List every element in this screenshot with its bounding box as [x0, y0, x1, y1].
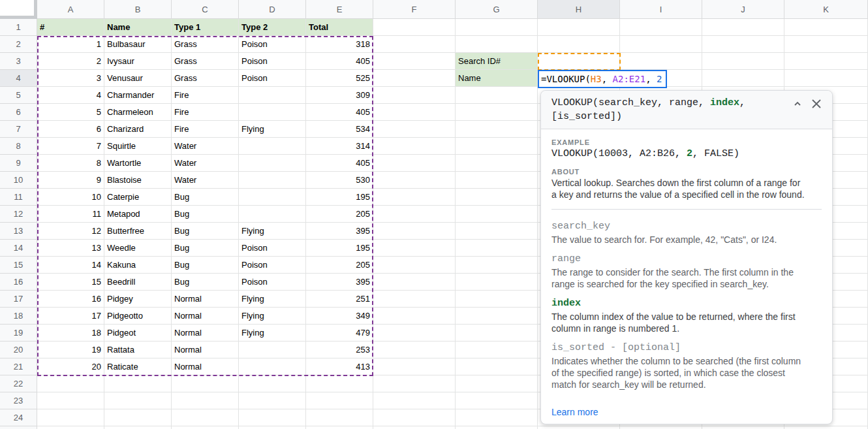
cell-B18[interactable]: Pidgeotto	[104, 308, 172, 325]
cell-H25[interactable]	[538, 426, 620, 429]
cell-E12[interactable]: 205	[306, 206, 373, 223]
cell-K4[interactable]	[784, 70, 868, 87]
cell-F12[interactable]	[373, 206, 456, 223]
row-header-13[interactable]: 13	[0, 223, 37, 240]
cell-G10[interactable]	[456, 172, 538, 189]
cell-F8[interactable]	[373, 138, 456, 155]
cell-D6[interactable]	[239, 104, 306, 121]
cell-E23[interactable]	[306, 392, 373, 409]
cell-D9[interactable]	[239, 155, 306, 172]
cell-F16[interactable]	[373, 274, 456, 291]
cell-A14[interactable]: 13	[37, 240, 104, 257]
cell-K3[interactable]	[784, 53, 868, 70]
cell-A2[interactable]: 1	[37, 36, 104, 53]
cell-E7[interactable]: 534	[306, 121, 373, 138]
cell-F17[interactable]	[373, 291, 456, 308]
cell-A25[interactable]	[37, 426, 104, 429]
cell-A18[interactable]: 17	[37, 308, 104, 325]
cell-G23[interactable]	[456, 392, 538, 409]
cell-H2[interactable]	[538, 36, 620, 53]
cell-D7[interactable]: Flying	[239, 121, 306, 138]
cell-G17[interactable]	[456, 291, 538, 308]
cell-E20[interactable]: 253	[306, 342, 373, 358]
cell-A20[interactable]: 19	[37, 342, 104, 358]
cell-C3[interactable]: Grass	[172, 53, 239, 70]
cell-A19[interactable]: 18	[37, 325, 104, 342]
cell-C13[interactable]: Bug	[172, 223, 239, 240]
cell-C1[interactable]: Type 1	[172, 19, 239, 36]
row-header-1[interactable]: 1	[0, 19, 37, 36]
cell-F18[interactable]	[373, 308, 456, 325]
cell-I25[interactable]	[620, 426, 702, 429]
column-header-G[interactable]: G	[456, 0, 538, 19]
cell-G8[interactable]	[456, 138, 538, 155]
cell-D3[interactable]: Poison	[239, 53, 306, 70]
cell-G1[interactable]	[456, 19, 538, 36]
cell-D15[interactable]: Poison	[239, 257, 306, 274]
cell-D13[interactable]: Flying	[239, 223, 306, 240]
cell-G4[interactable]: Name	[456, 70, 538, 87]
cell-C2[interactable]: Grass	[172, 36, 239, 53]
row-header-10[interactable]: 10	[0, 172, 37, 189]
cell-E11[interactable]: 195	[306, 189, 373, 206]
cell-F20[interactable]	[373, 342, 456, 358]
cell-F23[interactable]	[373, 392, 456, 409]
row-header-9[interactable]: 9	[0, 155, 37, 172]
cell-A7[interactable]: 6	[37, 121, 104, 138]
column-header-F[interactable]: F	[373, 0, 456, 19]
cell-C12[interactable]: Bug	[172, 206, 239, 223]
cell-C20[interactable]: Normal	[172, 342, 239, 358]
learn-more-link[interactable]: Learn more	[551, 407, 598, 417]
cell-F24[interactable]	[373, 409, 456, 426]
cell-E13[interactable]: 395	[306, 223, 373, 240]
cell-G24[interactable]	[456, 409, 538, 426]
cell-C14[interactable]: Bug	[172, 240, 239, 257]
cell-E24[interactable]	[306, 409, 373, 426]
cell-D25[interactable]	[239, 426, 306, 429]
cell-F14[interactable]	[373, 240, 456, 257]
cell-B14[interactable]: Weedle	[104, 240, 172, 257]
cell-I1[interactable]	[620, 19, 702, 36]
cell-I2[interactable]	[620, 36, 702, 53]
cell-E9[interactable]: 405	[306, 155, 373, 172]
cell-B1[interactable]: Name	[104, 19, 172, 36]
cell-C19[interactable]: Normal	[172, 325, 239, 342]
cell-E8[interactable]: 314	[306, 138, 373, 155]
cell-B21[interactable]: Raticate	[104, 358, 172, 375]
cell-B9[interactable]: Wartortle	[104, 155, 172, 172]
cell-D21[interactable]	[239, 358, 306, 375]
cell-F21[interactable]	[373, 358, 456, 375]
cell-E25[interactable]	[306, 426, 373, 429]
cell-F9[interactable]	[373, 155, 456, 172]
cell-H1[interactable]	[538, 19, 620, 36]
cell-D23[interactable]	[239, 392, 306, 409]
row-header-19[interactable]: 19	[0, 325, 37, 342]
cell-A17[interactable]: 16	[37, 291, 104, 308]
cell-K2[interactable]	[784, 36, 868, 53]
collapse-chevron-icon[interactable]	[793, 99, 802, 108]
cell-C10[interactable]: Water	[172, 172, 239, 189]
row-header-21[interactable]: 21	[0, 358, 37, 375]
cell-F2[interactable]	[373, 36, 456, 53]
cell-D19[interactable]: Flying	[239, 325, 306, 342]
cell-C24[interactable]	[172, 409, 239, 426]
cell-A23[interactable]	[37, 392, 104, 409]
cell-A10[interactable]: 9	[37, 172, 104, 189]
cell-C11[interactable]: Bug	[172, 189, 239, 206]
cell-F1[interactable]	[373, 19, 456, 36]
cell-A8[interactable]: 7	[37, 138, 104, 155]
row-header-6[interactable]: 6	[0, 104, 37, 121]
select-all-corner[interactable]	[0, 0, 37, 19]
cell-G11[interactable]	[456, 189, 538, 206]
cell-G7[interactable]	[456, 121, 538, 138]
cell-E10[interactable]: 530	[306, 172, 373, 189]
column-header-C[interactable]: C	[172, 0, 239, 19]
cell-D2[interactable]: Poison	[239, 36, 306, 53]
cell-A15[interactable]: 14	[37, 257, 104, 274]
cell-B15[interactable]: Kakuna	[104, 257, 172, 274]
cell-I3[interactable]	[620, 53, 702, 70]
cell-C6[interactable]: Fire	[172, 104, 239, 121]
cell-D10[interactable]	[239, 172, 306, 189]
cell-D1[interactable]: Type 2	[239, 19, 306, 36]
cell-D8[interactable]	[239, 138, 306, 155]
